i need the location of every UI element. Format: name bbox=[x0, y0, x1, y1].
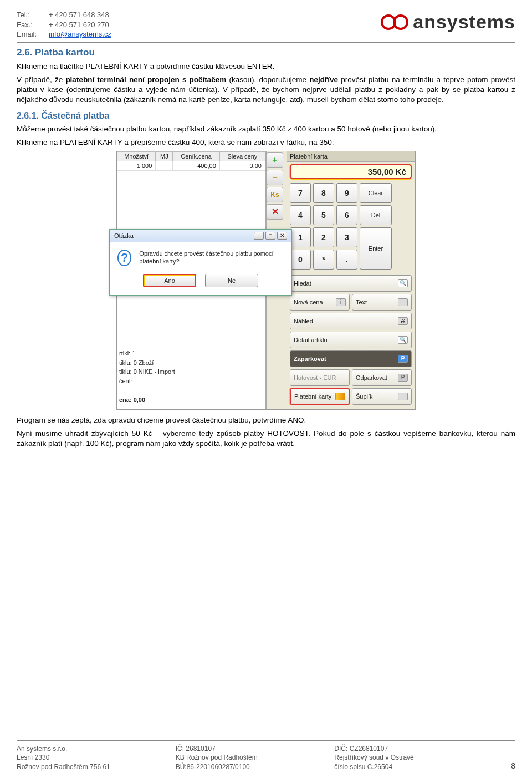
unpark-icon: P bbox=[398, 374, 408, 382]
text-button[interactable]: Text bbox=[352, 294, 412, 311]
new-price-button[interactable]: Nová cenai bbox=[290, 294, 350, 311]
email-label: Email: bbox=[17, 29, 44, 39]
minus-button[interactable]: − bbox=[267, 170, 283, 185]
fax-value: + 420 571 620 270 bbox=[49, 20, 109, 30]
after-p2: Nyní musíme uhradit zbývajících 50 Kč – … bbox=[17, 429, 515, 449]
bottom-left-info: rtikl: 1 tiklu: 0 Zboží tiklu: 0 NIKE - … bbox=[119, 349, 175, 405]
contact-block: Tel.: + 420 571 648 348 Fax.: + 420 571 … bbox=[17, 10, 111, 39]
search-icon: 🔍 bbox=[398, 279, 408, 287]
question-icon: ? bbox=[117, 250, 131, 266]
section-26-p1: Klikneme na tlačítko PLATEBNÍ KARTY a po… bbox=[17, 62, 515, 72]
header-divider bbox=[17, 42, 515, 43]
item-detail-button[interactable]: Detail artiklu🔍 bbox=[290, 332, 412, 348]
th-sleva[interactable]: Sleva ceny bbox=[219, 151, 265, 161]
key-3[interactable]: 3 bbox=[336, 227, 357, 247]
th-mnozstvi[interactable]: Množství bbox=[117, 151, 156, 161]
park-icon: P bbox=[398, 355, 408, 363]
confirm-dialog: Otázka – □ ✕ ? Opravdu chcete provést čá… bbox=[109, 229, 292, 296]
key-1[interactable]: 1 bbox=[290, 227, 311, 247]
key-dot[interactable]: . bbox=[336, 250, 357, 270]
cell-mnozstvi: 1,000 bbox=[117, 161, 156, 170]
key-7[interactable]: 7 bbox=[290, 183, 311, 203]
key-9[interactable]: 9 bbox=[336, 183, 357, 203]
table-row[interactable]: 1,000 400,00 0,00 bbox=[117, 161, 265, 170]
page-header: Tel.: + 420 571 648 348 Fax.: + 420 571 … bbox=[17, 10, 515, 39]
section-26-p2: V případě, že platební terminál není pro… bbox=[17, 75, 515, 105]
page-footer: An systems s.r.o. Lesní 2330 Rožnov pod … bbox=[17, 739, 515, 772]
key-2[interactable]: 2 bbox=[313, 227, 334, 247]
section-261-p2: Klikneme na PLATEBNÍ KARTY a přepíšeme č… bbox=[17, 138, 515, 148]
text-icon bbox=[398, 298, 408, 306]
park-button[interactable]: ZaparkovatP bbox=[290, 350, 412, 367]
logo-circle-icon bbox=[393, 14, 408, 30]
footer-col-3: DIČ: CZ26810107 Rejstříkový soud v Ostra… bbox=[334, 744, 493, 772]
no-button[interactable]: Ne bbox=[205, 274, 258, 287]
plus-button[interactable]: + bbox=[267, 152, 283, 168]
drawer-button[interactable]: Šuplík bbox=[352, 388, 412, 405]
card-icon bbox=[335, 393, 345, 400]
amount-input[interactable]: 350,00 Kč bbox=[290, 164, 412, 179]
section-261-p1: Můžeme provést také částečnou platbu kar… bbox=[17, 124, 515, 134]
th-cenik[interactable]: Ceník.cena bbox=[173, 151, 220, 161]
items-table: Množství MJ Ceník.cena Sleva ceny 1,000 … bbox=[117, 151, 265, 171]
tel-label: Tel.: bbox=[17, 10, 44, 20]
search-button[interactable]: Hledat🔍 bbox=[290, 275, 412, 292]
minimize-icon[interactable]: – bbox=[254, 232, 264, 240]
footer-col-1: An systems s.r.o. Lesní 2330 Rožnov pod … bbox=[17, 744, 176, 772]
drawer-icon bbox=[398, 393, 408, 400]
maximize-icon[interactable]: □ bbox=[265, 232, 275, 240]
embedded-screenshot: Množství MJ Ceník.cena Sleva ceny 1,000 … bbox=[17, 151, 515, 410]
section-title-26: 2.6. Platba kartou bbox=[17, 47, 515, 58]
payment-cards-button[interactable]: Platební karty bbox=[290, 388, 350, 405]
page-number: 8 bbox=[493, 761, 515, 772]
cell-cena: 400,00 bbox=[173, 161, 220, 170]
fax-label: Fax.: bbox=[17, 20, 44, 30]
info-icon: i bbox=[336, 298, 346, 306]
key-4[interactable]: 4 bbox=[290, 205, 311, 225]
panel-header: Platební karta bbox=[287, 151, 415, 162]
logo: ansystems bbox=[381, 11, 515, 33]
logo-text: ansystems bbox=[411, 11, 515, 33]
key-8[interactable]: 8 bbox=[313, 183, 334, 203]
key-del[interactable]: Del bbox=[360, 205, 392, 225]
section-title-261: 2.6.1. Částečná platba bbox=[17, 111, 515, 121]
key-6[interactable]: 6 bbox=[336, 205, 357, 225]
dialog-text: Opravdu chcete provést částečnou platbu … bbox=[139, 250, 284, 266]
magnifier-icon: 🔍 bbox=[398, 336, 408, 344]
dialog-title: Otázka bbox=[114, 232, 134, 239]
key-enter[interactable]: Enter bbox=[360, 227, 392, 270]
footer-divider bbox=[17, 740, 515, 741]
delete-row-button[interactable]: ✕ bbox=[267, 204, 283, 220]
key-star[interactable]: * bbox=[313, 250, 334, 270]
key-5[interactable]: 5 bbox=[313, 205, 334, 225]
key-0[interactable]: 0 bbox=[290, 250, 311, 270]
close-icon[interactable]: ✕ bbox=[277, 232, 287, 240]
preview-button[interactable]: Náhled🖨 bbox=[290, 313, 412, 329]
numeric-keypad: 7 8 9 Clear 4 5 6 Del 1 2 3 Enter 0 * . bbox=[287, 181, 415, 273]
th-mj[interactable]: MJ bbox=[156, 151, 173, 161]
yes-button[interactable]: Ano bbox=[143, 274, 196, 287]
print-icon: 🖨 bbox=[398, 317, 408, 325]
unpark-button[interactable]: OdparkovatP bbox=[352, 369, 412, 386]
key-clear[interactable]: Clear bbox=[360, 183, 392, 203]
ks-button[interactable]: Ks bbox=[267, 187, 283, 202]
cash-eur-button[interactable]: Hotovost - EUR bbox=[290, 369, 350, 386]
tel-value: + 420 571 648 348 bbox=[49, 10, 109, 20]
email-link[interactable]: info@ansystems.cz bbox=[49, 29, 111, 39]
after-p1: Program se nás zeptá, zda opravdu chceme… bbox=[17, 415, 515, 425]
cell-mj bbox=[156, 161, 173, 170]
footer-col-2: IČ: 26810107KB Rožnov pod RadhoštěmBÚ:86… bbox=[176, 744, 335, 772]
cell-sleva: 0,00 bbox=[219, 161, 265, 170]
